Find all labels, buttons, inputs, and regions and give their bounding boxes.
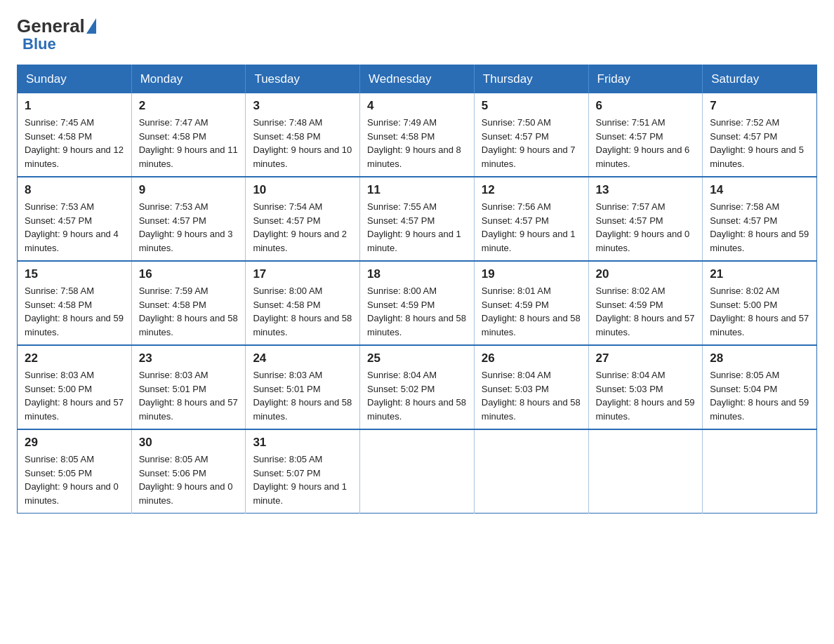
calendar-day-cell: 29Sunrise: 8:05 AMSunset: 5:05 PMDayligh… (18, 429, 132, 514)
logo: General Blue (17, 17, 98, 53)
calendar-day-cell: 1Sunrise: 7:45 AMSunset: 4:58 PMDaylight… (18, 93, 132, 177)
logo-triangle-icon (86, 18, 96, 34)
calendar-day-cell: 27Sunrise: 8:04 AMSunset: 5:03 PMDayligh… (588, 345, 703, 429)
calendar-header-row: SundayMondayTuesdayWednesdayThursdayFrid… (18, 65, 817, 94)
calendar-week-row: 8Sunrise: 7:53 AMSunset: 4:57 PMDaylight… (18, 177, 817, 261)
calendar-day-cell: 12Sunrise: 7:56 AMSunset: 4:57 PMDayligh… (474, 177, 588, 261)
day-number: 30 (139, 436, 239, 450)
day-info: Sunrise: 8:02 AMSunset: 5:00 PMDaylight:… (710, 284, 809, 339)
day-info: Sunrise: 7:53 AMSunset: 4:57 PMDaylight:… (139, 200, 239, 255)
calendar-day-header: Friday (588, 65, 703, 94)
day-number: 25 (367, 351, 467, 365)
day-info: Sunrise: 7:54 AMSunset: 4:57 PMDaylight:… (253, 200, 352, 255)
day-info: Sunrise: 8:04 AMSunset: 5:03 PMDaylight:… (596, 368, 696, 423)
day-info: Sunrise: 8:05 AMSunset: 5:06 PMDaylight:… (139, 452, 239, 507)
calendar-day-cell: 31Sunrise: 8:05 AMSunset: 5:07 PMDayligh… (246, 429, 360, 514)
day-number: 5 (482, 99, 581, 113)
calendar-day-cell: 15Sunrise: 7:58 AMSunset: 4:58 PMDayligh… (18, 261, 132, 345)
calendar-day-cell (703, 429, 817, 514)
calendar-day-header: Sunday (18, 65, 132, 94)
calendar-day-header: Monday (131, 65, 246, 94)
day-number: 13 (596, 183, 696, 197)
calendar-day-cell (360, 429, 475, 514)
calendar-day-cell: 7Sunrise: 7:52 AMSunset: 4:57 PMDaylight… (703, 93, 817, 177)
logo-blue-text: Blue (22, 35, 56, 53)
day-number: 10 (253, 183, 352, 197)
day-info: Sunrise: 8:03 AMSunset: 5:01 PMDaylight:… (139, 368, 239, 423)
day-info: Sunrise: 7:52 AMSunset: 4:57 PMDaylight:… (710, 116, 809, 170)
calendar-week-row: 22Sunrise: 8:03 AMSunset: 5:00 PMDayligh… (18, 345, 817, 429)
day-number: 27 (596, 351, 696, 365)
calendar-day-cell: 22Sunrise: 8:03 AMSunset: 5:00 PMDayligh… (18, 345, 132, 429)
day-info: Sunrise: 8:05 AMSunset: 5:05 PMDaylight:… (25, 452, 124, 507)
day-info: Sunrise: 7:58 AMSunset: 4:58 PMDaylight:… (25, 284, 124, 339)
day-info: Sunrise: 8:00 AMSunset: 4:58 PMDaylight:… (253, 284, 352, 339)
day-info: Sunrise: 8:03 AMSunset: 5:01 PMDaylight:… (253, 368, 352, 423)
calendar-day-cell: 20Sunrise: 8:02 AMSunset: 4:59 PMDayligh… (588, 261, 703, 345)
day-info: Sunrise: 7:49 AMSunset: 4:58 PMDaylight:… (367, 116, 467, 170)
day-number: 8 (25, 183, 124, 197)
day-number: 14 (710, 183, 809, 197)
day-info: Sunrise: 7:56 AMSunset: 4:57 PMDaylight:… (482, 200, 581, 255)
day-number: 6 (596, 99, 696, 113)
calendar-day-cell: 30Sunrise: 8:05 AMSunset: 5:06 PMDayligh… (131, 429, 246, 514)
calendar-day-cell: 19Sunrise: 8:01 AMSunset: 4:59 PMDayligh… (474, 261, 588, 345)
calendar-day-header: Wednesday (360, 65, 475, 94)
calendar-day-cell: 28Sunrise: 8:05 AMSunset: 5:04 PMDayligh… (703, 345, 817, 429)
day-info: Sunrise: 7:48 AMSunset: 4:58 PMDaylight:… (253, 116, 352, 170)
calendar-week-row: 29Sunrise: 8:05 AMSunset: 5:05 PMDayligh… (18, 429, 817, 514)
calendar-day-header: Tuesday (246, 65, 360, 94)
calendar-day-cell: 25Sunrise: 8:04 AMSunset: 5:02 PMDayligh… (360, 345, 475, 429)
day-info: Sunrise: 7:57 AMSunset: 4:57 PMDaylight:… (596, 200, 696, 255)
calendar-day-cell: 9Sunrise: 7:53 AMSunset: 4:57 PMDaylight… (131, 177, 246, 261)
calendar-day-cell: 2Sunrise: 7:47 AMSunset: 4:58 PMDaylight… (131, 93, 246, 177)
day-number: 9 (139, 183, 239, 197)
day-info: Sunrise: 8:04 AMSunset: 5:03 PMDaylight:… (482, 368, 581, 423)
day-info: Sunrise: 7:51 AMSunset: 4:57 PMDaylight:… (596, 116, 696, 170)
day-number: 29 (25, 436, 124, 450)
calendar-day-cell: 14Sunrise: 7:58 AMSunset: 4:57 PMDayligh… (703, 177, 817, 261)
calendar-day-cell: 21Sunrise: 8:02 AMSunset: 5:00 PMDayligh… (703, 261, 817, 345)
day-number: 15 (25, 267, 124, 281)
day-number: 1 (25, 99, 124, 113)
day-number: 19 (482, 267, 581, 281)
calendar-day-cell: 23Sunrise: 8:03 AMSunset: 5:01 PMDayligh… (131, 345, 246, 429)
day-number: 18 (367, 267, 467, 281)
calendar-day-cell: 18Sunrise: 8:00 AMSunset: 4:59 PMDayligh… (360, 261, 475, 345)
day-number: 28 (710, 351, 809, 365)
day-number: 2 (139, 99, 239, 113)
day-number: 12 (482, 183, 581, 197)
page-header: General Blue (17, 17, 817, 53)
day-info: Sunrise: 7:45 AMSunset: 4:58 PMDaylight:… (25, 116, 124, 170)
calendar-day-cell: 26Sunrise: 8:04 AMSunset: 5:03 PMDayligh… (474, 345, 588, 429)
calendar-week-row: 15Sunrise: 7:58 AMSunset: 4:58 PMDayligh… (18, 261, 817, 345)
day-number: 21 (710, 267, 809, 281)
calendar-day-cell: 4Sunrise: 7:49 AMSunset: 4:58 PMDaylight… (360, 93, 475, 177)
calendar-day-cell (588, 429, 703, 514)
day-info: Sunrise: 8:05 AMSunset: 5:07 PMDaylight:… (253, 452, 352, 507)
calendar-day-cell: 13Sunrise: 7:57 AMSunset: 4:57 PMDayligh… (588, 177, 703, 261)
calendar-day-cell: 16Sunrise: 7:59 AMSunset: 4:58 PMDayligh… (131, 261, 246, 345)
logo-general-text: General (17, 17, 85, 35)
calendar-day-cell (474, 429, 588, 514)
day-info: Sunrise: 7:47 AMSunset: 4:58 PMDaylight:… (139, 116, 239, 170)
calendar-day-cell: 3Sunrise: 7:48 AMSunset: 4:58 PMDaylight… (246, 93, 360, 177)
day-number: 31 (253, 436, 352, 450)
calendar-day-cell: 11Sunrise: 7:55 AMSunset: 4:57 PMDayligh… (360, 177, 475, 261)
day-info: Sunrise: 8:04 AMSunset: 5:02 PMDaylight:… (367, 368, 467, 423)
day-info: Sunrise: 8:02 AMSunset: 4:59 PMDaylight:… (596, 284, 696, 339)
day-number: 16 (139, 267, 239, 281)
day-number: 3 (253, 99, 352, 113)
day-number: 4 (367, 99, 467, 113)
day-info: Sunrise: 8:03 AMSunset: 5:00 PMDaylight:… (25, 368, 124, 423)
day-number: 24 (253, 351, 352, 365)
calendar-table: SundayMondayTuesdayWednesdayThursdayFrid… (17, 65, 817, 514)
day-number: 26 (482, 351, 581, 365)
day-number: 23 (139, 351, 239, 365)
calendar-day-header: Thursday (474, 65, 588, 94)
day-info: Sunrise: 8:05 AMSunset: 5:04 PMDaylight:… (710, 368, 809, 423)
day-info: Sunrise: 8:00 AMSunset: 4:59 PMDaylight:… (367, 284, 467, 339)
day-number: 22 (25, 351, 124, 365)
calendar-day-header: Saturday (703, 65, 817, 94)
day-info: Sunrise: 7:55 AMSunset: 4:57 PMDaylight:… (367, 200, 467, 255)
